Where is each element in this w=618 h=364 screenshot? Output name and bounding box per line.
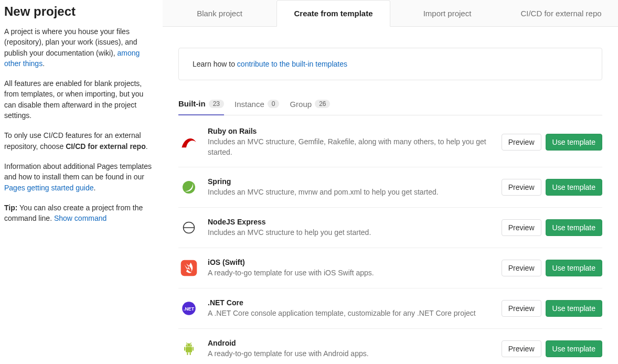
svg-rect-9	[187, 352, 188, 355]
sidebar-desc-3: To only use CI/CD features for an extern…	[4, 130, 152, 152]
show-command-link[interactable]: Show command	[54, 214, 106, 222]
dotnet-icon: .NET	[178, 298, 199, 319]
preview-button[interactable]: Preview	[502, 179, 541, 196]
template-desc: A .NET Core console application template…	[208, 308, 493, 319]
sidebar-desc-1: A project is where you house your files …	[4, 26, 152, 69]
use-template-button[interactable]: Use template	[546, 134, 602, 151]
template-row: NodeJS ExpressIncludes an MVC structure …	[178, 208, 602, 248]
sidebar-desc-4: Information about additional Pages templ…	[4, 161, 152, 193]
template-title: iOS (Swift)	[208, 258, 493, 266]
template-row: SpringIncludes an MVC structure, mvnw an…	[178, 167, 602, 208]
svg-point-12	[190, 345, 191, 346]
main-tabs: Blank project Create from template Impor…	[163, 0, 618, 27]
use-template-button[interactable]: Use template	[546, 179, 602, 196]
template-title: Android	[208, 339, 493, 347]
use-template-button[interactable]: Use template	[546, 219, 602, 236]
spring-icon	[178, 177, 199, 198]
swift-icon	[178, 258, 199, 279]
preview-button[interactable]: Preview	[502, 340, 541, 357]
template-list: Ruby on RailsIncludes an MVC structure, …	[178, 117, 602, 364]
svg-point-11	[187, 345, 188, 346]
tab-import-project[interactable]: Import project	[390, 0, 504, 26]
sidebar: New project A project is where you house…	[0, 0, 163, 364]
svg-rect-7	[184, 347, 185, 351]
preview-button[interactable]: Preview	[502, 260, 541, 276]
template-row: iOS (Swift)A ready-to-go template for us…	[178, 248, 602, 288]
svg-text:.NET: .NET	[184, 306, 195, 312]
tab-cicd-external[interactable]: CI/CD for external repo	[504, 0, 618, 26]
built-in-count: 23	[209, 100, 224, 108]
template-desc: Includes an MVC structure to help you ge…	[208, 228, 493, 238]
main: Blank project Create from template Impor…	[163, 0, 618, 364]
template-row: AndroidA ready-to-go template for use wi…	[178, 329, 602, 364]
svg-rect-10	[190, 352, 191, 355]
svg-point-0	[183, 181, 195, 194]
tab-blank-project[interactable]: Blank project	[163, 0, 276, 26]
subtab-group[interactable]: Group 26	[290, 99, 330, 115]
preview-button[interactable]: Preview	[502, 219, 541, 236]
template-desc: A ready-to-go template for use with iOS …	[208, 268, 493, 279]
use-template-button[interactable]: Use template	[546, 300, 602, 317]
template-source-tabs: Built-in 23 Instance 0 Group 26	[178, 99, 602, 115]
android-icon	[178, 338, 199, 359]
page-title: New project	[4, 4, 152, 19]
template-title: NodeJS Express	[208, 218, 493, 226]
template-title: Ruby on Rails	[208, 127, 493, 135]
use-template-button[interactable]: Use template	[546, 340, 602, 357]
contribute-templates-link[interactable]: contribute to the built-in templates	[237, 60, 347, 68]
tab-create-from-template[interactable]: Create from template	[276, 0, 390, 27]
contribute-info-box: Learn how to contribute to the built-in …	[178, 48, 602, 80]
svg-rect-8	[193, 347, 194, 351]
svg-line-14	[190, 342, 191, 344]
subtab-instance[interactable]: Instance 0	[235, 99, 279, 115]
preview-button[interactable]: Preview	[502, 300, 541, 317]
group-count: 26	[315, 100, 330, 108]
template-desc: Includes an MVC structure, Gemfile, Rake…	[208, 137, 493, 157]
instance-count: 0	[268, 100, 280, 108]
preview-button[interactable]: Preview	[502, 134, 541, 151]
template-desc: A ready-to-go template for use with Andr…	[208, 349, 493, 359]
svg-line-13	[187, 342, 188, 344]
rails-icon	[178, 132, 199, 153]
sidebar-desc-2: All features are enabled for blank proje…	[4, 78, 152, 121]
template-desc: Includes an MVC structure, mvnw and pom.…	[208, 187, 493, 198]
template-row: .NET.NET CoreA .NET Core console applica…	[178, 288, 602, 329]
template-title: Spring	[208, 177, 493, 186]
sidebar-tip: Tip: You can also create a project from …	[4, 202, 152, 224]
use-template-button[interactable]: Use template	[546, 260, 602, 276]
svg-rect-6	[186, 347, 192, 352]
template-title: .NET Core	[208, 298, 493, 307]
template-row: Ruby on RailsIncludes an MVC structure, …	[178, 117, 602, 167]
pages-guide-link[interactable]: Pages getting started guide	[4, 184, 93, 192]
node-icon	[178, 217, 199, 238]
subtab-built-in[interactable]: Built-in 23	[178, 99, 224, 115]
